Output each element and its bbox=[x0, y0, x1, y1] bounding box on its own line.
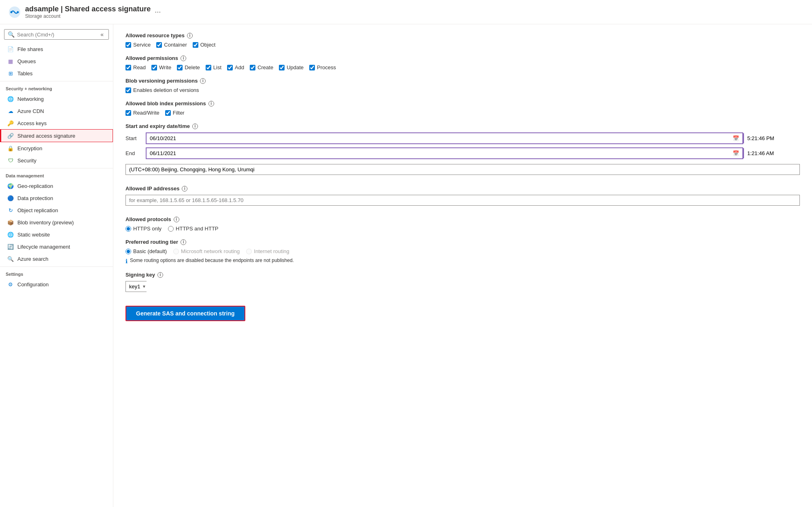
sidebar-item-label: Geo-replication bbox=[17, 183, 53, 189]
radio-https-http: HTTPS and HTTP bbox=[168, 226, 218, 232]
calendar-icon-end[interactable]: 📅 bbox=[729, 149, 742, 158]
create-checkbox[interactable] bbox=[250, 65, 255, 70]
sidebar-item-label: Data protection bbox=[17, 195, 53, 201]
info-icon-ip[interactable]: i bbox=[182, 186, 187, 192]
read-label: Read bbox=[133, 64, 146, 70]
sidebar-item-label: Tables bbox=[17, 70, 33, 77]
sidebar-item-blob-inventory[interactable]: 📦 Blob inventory (preview) bbox=[0, 216, 113, 228]
queues-icon: ▦ bbox=[7, 58, 14, 65]
page-header: adsample | Shared access signature Stora… bbox=[0, 0, 812, 24]
blob-index-label: Allowed blob index permissions i bbox=[125, 100, 800, 107]
list-checkbox[interactable] bbox=[206, 65, 211, 70]
read-write-label: Read/Write bbox=[133, 110, 159, 116]
read-write-checkbox[interactable] bbox=[125, 110, 131, 116]
search-input[interactable] bbox=[17, 32, 99, 38]
allowed-resource-types-label: Allowed resource types i bbox=[125, 32, 800, 38]
enables-deletion-label: Enables deletion of versions bbox=[133, 87, 199, 93]
sidebar-item-geo-replication[interactable]: 🌍 Geo-replication bbox=[0, 180, 113, 192]
lifecycle-icon: 🔄 bbox=[7, 243, 14, 250]
delete-checkbox[interactable] bbox=[177, 65, 183, 70]
sidebar-item-label: Configuration bbox=[17, 281, 49, 288]
generate-sas-button[interactable]: Generate SAS and connection string bbox=[125, 306, 245, 321]
object-checkbox[interactable] bbox=[193, 42, 198, 48]
sidebar-item-encryption[interactable]: 🔒 Encryption bbox=[0, 142, 113, 154]
info-icon-resource[interactable]: i bbox=[187, 33, 193, 38]
info-icon-permissions[interactable]: i bbox=[181, 55, 186, 61]
https-http-radio[interactable] bbox=[168, 226, 174, 232]
file-shares-icon: 📄 bbox=[7, 45, 14, 53]
blob-versioning-section: Blob versioning permissions i Enables de… bbox=[125, 78, 800, 93]
checkbox-process: Process bbox=[309, 64, 336, 70]
radio-internet: Internet routing bbox=[246, 248, 289, 254]
filter-checkbox[interactable] bbox=[165, 110, 171, 116]
security-section-label: Security + networking bbox=[0, 83, 113, 93]
signing-key-select[interactable]: key1 key2 bbox=[126, 281, 150, 292]
add-label: Add bbox=[235, 64, 244, 70]
blob-versioning-label: Blob versioning permissions i bbox=[125, 78, 800, 84]
https-only-radio[interactable] bbox=[125, 226, 131, 232]
container-checkbox[interactable] bbox=[156, 42, 162, 48]
end-time-input[interactable] bbox=[743, 148, 800, 158]
start-label: Start bbox=[125, 135, 146, 141]
timezone-input[interactable] bbox=[125, 164, 800, 175]
sidebar-item-object-replication[interactable]: ↻ Object replication bbox=[0, 204, 113, 216]
sidebar-item-azure-search[interactable]: 🔍 Azure search bbox=[0, 253, 113, 265]
sidebar-item-networking[interactable]: 🌐 Networking bbox=[0, 93, 113, 105]
radio-basic: Basic (default) bbox=[125, 248, 167, 254]
more-options-icon[interactable]: ··· bbox=[155, 8, 161, 16]
allowed-ip-section: Allowed IP addresses i bbox=[125, 185, 800, 209]
start-date-input[interactable] bbox=[147, 133, 729, 143]
end-date-input[interactable] bbox=[147, 148, 729, 158]
end-date-row: End 📅 bbox=[125, 147, 800, 159]
allowed-protocols-section: Allowed protocols i HTTPS only HTTPS and… bbox=[125, 216, 800, 232]
sidebar-item-label: File shares bbox=[17, 46, 43, 52]
routing-options: Basic (default) Microsoft network routin… bbox=[125, 248, 800, 254]
allowed-permissions-label: Allowed permissions i bbox=[125, 55, 800, 61]
service-checkbox[interactable] bbox=[125, 42, 131, 48]
sidebar-item-queues[interactable]: ▦ Queues bbox=[0, 55, 113, 67]
sidebar-item-label: Security bbox=[17, 158, 36, 164]
add-checkbox[interactable] bbox=[227, 65, 233, 70]
start-time-input[interactable] bbox=[743, 133, 800, 143]
sidebar-item-tables[interactable]: ⊞ Tables bbox=[0, 67, 113, 79]
obj-rep-icon: ↻ bbox=[7, 207, 14, 214]
sidebar-item-label: Azure search bbox=[17, 256, 49, 262]
update-label: Update bbox=[287, 64, 304, 70]
sidebar-item-security[interactable]: 🛡 Security bbox=[0, 154, 113, 166]
info-icon-versioning[interactable]: i bbox=[200, 78, 206, 84]
calendar-icon-start[interactable]: 📅 bbox=[729, 134, 742, 143]
preferred-routing-label: Preferred routing tier i bbox=[125, 239, 800, 245]
blob-index-options: Read/Write Filter bbox=[125, 110, 800, 116]
date-time-section: Start and expiry date/time i Start 📅 End… bbox=[125, 123, 800, 178]
info-icon-datetime[interactable]: i bbox=[192, 124, 198, 129]
info-icon-protocols[interactable]: i bbox=[174, 217, 179, 222]
date-time-label: Start and expiry date/time i bbox=[125, 123, 800, 129]
write-checkbox[interactable] bbox=[151, 65, 157, 70]
info-icon-blob-index[interactable]: i bbox=[208, 101, 214, 107]
sidebar-item-access-keys[interactable]: 🔑 Access keys bbox=[0, 117, 113, 129]
sidebar-item-shared-access-signature[interactable]: 🔗 Shared access signature bbox=[0, 129, 113, 142]
info-icon-routing[interactable]: i bbox=[181, 239, 186, 245]
update-checkbox[interactable] bbox=[279, 65, 285, 70]
enables-deletion-checkbox[interactable] bbox=[125, 87, 131, 93]
microsoft-routing-radio[interactable] bbox=[173, 249, 179, 254]
sidebar-item-data-protection[interactable]: 🔵 Data protection bbox=[0, 192, 113, 204]
radio-https-only: HTTPS only bbox=[125, 226, 162, 232]
sidebar-item-azure-cdn[interactable]: ☁ Azure CDN bbox=[0, 105, 113, 117]
process-checkbox[interactable] bbox=[309, 65, 315, 70]
list-label: List bbox=[213, 64, 221, 70]
internet-routing-radio[interactable] bbox=[246, 249, 252, 254]
sidebar: 🔍 « 📄 File shares ▦ Queues ⊞ Tables Secu… bbox=[0, 24, 113, 507]
sidebar-item-file-shares[interactable]: 📄 File shares bbox=[0, 43, 113, 55]
info-icon-signing[interactable]: i bbox=[157, 272, 163, 278]
basic-routing-radio[interactable] bbox=[125, 249, 131, 254]
data-section-label: Data management bbox=[0, 170, 113, 180]
read-checkbox[interactable] bbox=[125, 65, 131, 70]
collapse-button[interactable]: « bbox=[99, 31, 105, 38]
ip-input[interactable] bbox=[125, 195, 800, 206]
sidebar-item-lifecycle-management[interactable]: 🔄 Lifecycle management bbox=[0, 241, 113, 253]
sidebar-item-label: Blob inventory (preview) bbox=[17, 219, 74, 226]
sidebar-item-static-website[interactable]: 🌐 Static website bbox=[0, 228, 113, 241]
allowed-ip-label: Allowed IP addresses i bbox=[125, 185, 800, 192]
sidebar-item-configuration[interactable]: ⚙ Configuration bbox=[0, 278, 113, 290]
